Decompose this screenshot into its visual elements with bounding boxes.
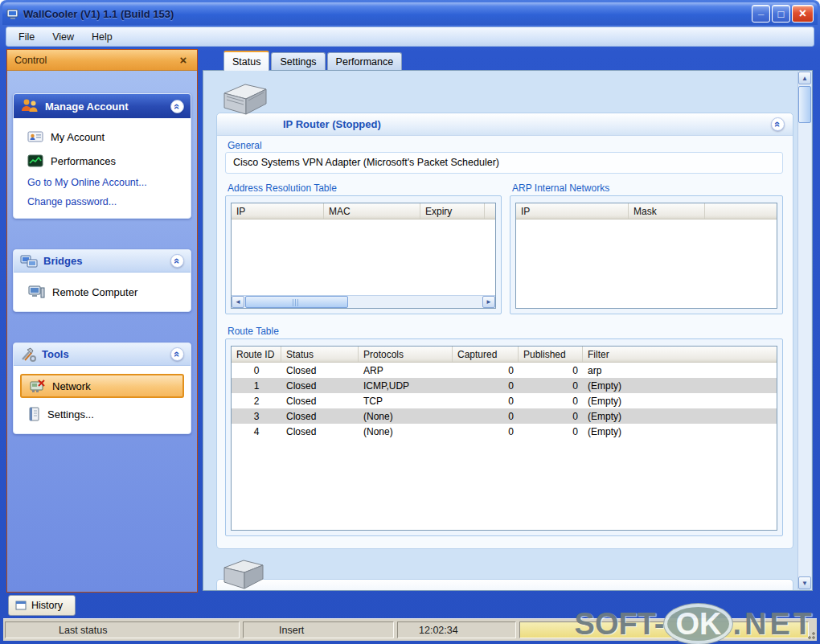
tools-title: Tools (42, 348, 165, 360)
tools-body: Network Settings... (14, 366, 191, 433)
table-body-empty[interactable] (232, 219, 495, 295)
arp-internal-group: ARP Internal Networks IP Mask (510, 183, 783, 314)
manage-account-icon (20, 98, 39, 114)
ip-router-panel: IP Router (Stopped) General Cisco System… (216, 113, 793, 549)
scroll-up-icon[interactable] (798, 72, 811, 84)
manage-account-header[interactable]: Manage Account (14, 94, 191, 118)
tab-settings[interactable]: Settings (271, 52, 325, 70)
cell-protocols: (None) (359, 426, 453, 437)
sidebar-item-label: Network (52, 380, 91, 392)
scrollbar-thumb[interactable] (245, 296, 348, 308)
next-section-panel (216, 579, 793, 591)
cell-captured: 0 (453, 365, 519, 376)
next-section-icon (221, 556, 266, 591)
history-icon (15, 601, 27, 610)
general-value: Cisco Systems VPN Adapter (Microsoft's P… (225, 152, 783, 174)
route-table-box: Route ID Status Protocols Captured Publi… (225, 338, 783, 536)
bridges-icon (20, 254, 38, 269)
cell-filter: (Empty) (583, 380, 777, 392)
control-panel-header: Control (7, 50, 197, 71)
column-header-filter[interactable]: Filter (583, 347, 777, 362)
settings-icon (27, 407, 40, 421)
tab-status[interactable]: Status (223, 51, 269, 71)
tab-performance[interactable]: Performance (327, 52, 403, 70)
network-icon (29, 379, 45, 393)
menu-view[interactable]: View (43, 29, 83, 45)
maximize-button[interactable] (772, 5, 790, 23)
scroll-right-icon[interactable] (482, 296, 495, 308)
sidebar-item-performances[interactable]: Performances (17, 149, 187, 173)
sidebar-item-label: Remote Computer (52, 286, 137, 298)
scrollbar-thumb[interactable] (798, 86, 811, 123)
chevron-up-icon[interactable] (170, 100, 184, 113)
column-header-ip[interactable]: IP (232, 203, 324, 219)
address-resolution-table: IP MAC Expiry (231, 203, 496, 309)
chevron-up-icon[interactable] (170, 347, 184, 361)
sidebar-item-remote-computer[interactable]: Remote Computer (17, 279, 187, 305)
chevron-up-icon[interactable] (170, 254, 184, 268)
status-insert-mode: Insert (243, 621, 394, 638)
control-panel-body: Manage Account My Account Performances G… (7, 71, 197, 434)
manage-account-section: Manage Account My Account Performances G… (13, 93, 191, 219)
column-header-mac[interactable]: MAC (324, 203, 420, 219)
column-header-mask[interactable]: Mask (629, 203, 705, 219)
column-header-route-id[interactable]: Route ID (232, 347, 281, 362)
watermark-suffix: .NET (732, 607, 815, 642)
sidebar-item-my-account[interactable]: My Account (17, 125, 187, 149)
column-header-status[interactable]: Status (281, 347, 359, 362)
column-header-expiry[interactable]: Expiry (420, 203, 485, 219)
arp-internal-box: IP Mask (510, 195, 783, 314)
sidebar-item-settings[interactable]: Settings... (17, 401, 187, 427)
ip-router-title: IP Router (Stopped) (283, 118, 771, 130)
bridges-header[interactable]: Bridges (14, 250, 191, 273)
route-table: Route ID Status Protocols Captured Publi… (231, 346, 777, 531)
cell-protocols: TCP (359, 396, 453, 407)
link-change-password[interactable]: Change password... (17, 192, 187, 211)
scroll-left-icon[interactable] (232, 296, 244, 308)
tools-header[interactable]: Tools (14, 343, 191, 366)
cell-status: Closed (281, 396, 359, 407)
table-row[interactable]: 4 Closed (None) 0 0 (Empty) (232, 424, 777, 439)
menu-help[interactable]: Help (83, 29, 121, 45)
column-header-filler (485, 203, 495, 219)
table-row[interactable]: 3 Closed (None) 0 0 (Empty) (232, 408, 777, 424)
menu-bar: File View Help (6, 27, 814, 47)
watermark-prefix: SOFT- (575, 607, 665, 642)
column-header-captured[interactable]: Captured (453, 347, 519, 362)
vertical-scrollbar[interactable] (797, 72, 811, 589)
horizontal-scrollbar[interactable] (232, 295, 495, 308)
history-tab[interactable]: History (8, 595, 76, 616)
arp-internal-title: ARP Internal Networks (512, 183, 609, 194)
route-table-title: Route Table (228, 326, 279, 337)
cell-published: 0 (519, 426, 583, 437)
column-header-ip[interactable]: IP (516, 203, 629, 219)
table-row[interactable]: 1 Closed ICMP,UDP 0 0 (Empty) (232, 378, 777, 393)
menu-file[interactable]: File (10, 29, 43, 45)
ip-router-header: IP Router (Stopped) (217, 113, 793, 136)
cell-status: Closed (281, 380, 359, 392)
table-body-filler (232, 439, 777, 530)
minimize-button[interactable] (752, 5, 770, 23)
scroll-down-icon[interactable] (798, 576, 811, 589)
table-row[interactable]: 0 Closed ARP 0 0 arp (232, 363, 777, 378)
column-header-published[interactable]: Published (519, 347, 583, 362)
status-tab-content: IP Router (Stopped) General Cisco System… (203, 70, 813, 591)
column-header-protocols[interactable]: Protocols (359, 347, 453, 362)
control-close-icon[interactable] (177, 54, 190, 67)
status-time: 12:02:34 (397, 621, 516, 638)
link-online-account[interactable]: Go to My Online Account... (17, 173, 187, 192)
close-button[interactable] (792, 5, 814, 23)
cell-filter: (Empty) (583, 396, 777, 407)
table-row[interactable]: 2 Closed TCP 0 0 (Empty) (232, 393, 777, 408)
cell-protocols: ICMP,UDP (359, 380, 453, 392)
chevron-up-icon[interactable] (771, 117, 785, 131)
app-icon (6, 7, 19, 20)
cell-filter: arp (583, 365, 777, 376)
cell-published: 0 (519, 380, 583, 392)
address-resolution-box: IP MAC Expiry (225, 195, 502, 314)
my-account-icon (27, 130, 43, 143)
table-body-empty[interactable] (516, 219, 777, 308)
cell-route-id: 2 (232, 396, 281, 407)
cell-filter: (Empty) (583, 426, 777, 437)
sidebar-item-network[interactable]: Network (20, 374, 184, 398)
